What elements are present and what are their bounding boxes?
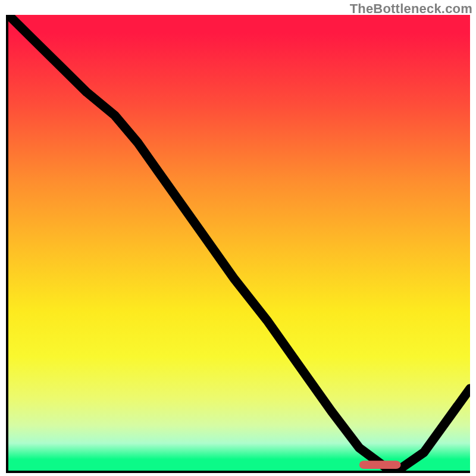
optimal-marker <box>359 461 401 469</box>
plot-area <box>6 15 470 473</box>
curve-path <box>8 15 470 468</box>
bottleneck-curve <box>8 15 470 471</box>
chart-stage: TheBottleneck.com <box>0 0 476 476</box>
watermark-text: TheBottleneck.com <box>350 1 472 17</box>
